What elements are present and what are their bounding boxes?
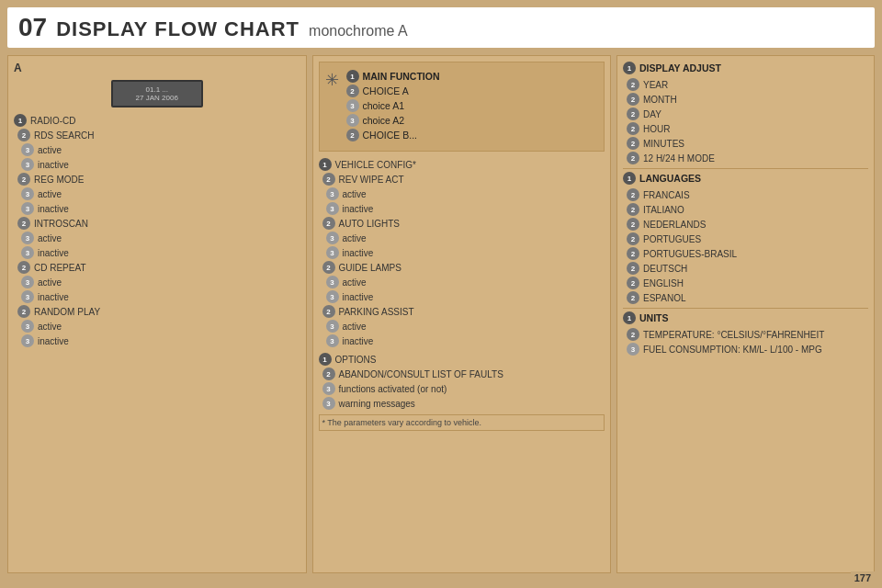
section-group: 1OPTIONS2ABANDON/CONSULT LIST OF FAULTS3…: [319, 352, 605, 411]
right-units: 1UNITS2TEMPERATURE: °CELSIUS/°FAHRENHEIT…: [623, 311, 868, 356]
item-text: GUIDE LAMPS: [339, 263, 401, 273]
badge-2: 2: [322, 261, 335, 274]
badge-1: 1: [623, 311, 636, 324]
right-languages: 1LANGUAGES2FRANCAIS2ITALIANO2NEDERLANDS2…: [623, 172, 868, 305]
item-text: ABANDON/CONSULT LIST OF FAULTS: [339, 369, 503, 379]
badge-2: 2: [627, 247, 639, 260]
func-item-text: CHOICE A: [363, 85, 409, 96]
list-item: 3FUEL CONSUMPTION: KM/L- L/100 - MPG: [623, 342, 868, 356]
func-item-text: CHOICE B...: [363, 130, 418, 141]
list-item: 3active: [14, 275, 300, 289]
list-item: 2ABANDON/CONSULT LIST OF FAULTS: [319, 367, 605, 381]
badge-3: 3: [21, 187, 34, 200]
item-text: PORTUGUES-BRASIL: [643, 249, 737, 259]
list-item: 1VEHICLE CONFIG*: [319, 157, 605, 172]
badge-2: 2: [627, 291, 639, 304]
badge-2: 2: [627, 152, 639, 164]
list-item: 2REG MODE: [14, 172, 300, 187]
badge-2: 2: [627, 277, 639, 289]
section-title: UNITS: [639, 312, 669, 323]
display-screen: 01.1 ... 27 JAN 2006: [111, 80, 203, 107]
badge-1: 1: [623, 62, 636, 74]
badge-3: 3: [21, 276, 34, 288]
middle-column: ✳ 1MAIN FUNCTION2CHOICE A3choice A13choi…: [312, 55, 612, 573]
badge-3: 3: [326, 232, 339, 244]
right-display-adjust: 1DISPLAY ADJUST2YEAR2MONTH2DAY2HOUR2MINU…: [623, 62, 868, 165]
badge-2: 2: [322, 368, 335, 380]
section-group: 1RADIO-CD2RDS SEARCH3active3inactive2REG…: [14, 113, 300, 348]
badge-2: 2: [346, 129, 359, 141]
list-item: 2DAY: [623, 107, 868, 121]
list-item: 3inactive: [14, 289, 300, 304]
section-group: 1VEHICLE CONFIG*2REV WIPE ACT3active3ina…: [319, 157, 605, 348]
badge-3: 3: [21, 143, 34, 156]
display-line2: 27 JAN 2006: [136, 94, 178, 102]
badge-3: 3: [346, 99, 359, 112]
section-header: 1LANGUAGES: [623, 172, 868, 185]
list-item: 3inactive: [319, 245, 605, 260]
badge-3: 3: [322, 397, 335, 410]
badge-2: 2: [17, 217, 30, 230]
list-item: 2CD REPEAT: [14, 260, 300, 275]
item-text: REG MODE: [34, 175, 84, 185]
list-item: 2AUTO LIGHTS: [319, 216, 605, 231]
item-text: RADIO-CD: [30, 116, 75, 126]
badge-3: 3: [21, 158, 34, 171]
list-item: 3active: [14, 231, 300, 245]
badge-1: 1: [14, 114, 27, 127]
item-text: active: [38, 322, 62, 332]
item-text: 12 H/24 H MODE: [643, 153, 715, 164]
badge-2: 2: [627, 122, 639, 135]
list-item: 3active: [319, 319, 605, 334]
badge-1: 1: [319, 353, 332, 366]
item-text: active: [38, 145, 62, 155]
list-item: 2TEMPERATURE: °CELSIUS/°FAHRENHEIT: [623, 327, 868, 342]
badge-3: 3: [322, 382, 335, 395]
list-item: 2NEDERLANDS: [623, 217, 868, 232]
page-wrapper: 07 DISPLAY FLOW CHART monochrome A A 01.…: [0, 0, 882, 588]
list-item: 3inactive: [319, 201, 605, 216]
content-area: A 01.1 ... 27 JAN 2006 1RADIO-CD2RDS SEA…: [7, 55, 875, 573]
section-header: 1UNITS: [623, 311, 868, 324]
item-text: ESPANOL: [643, 293, 686, 303]
badge-3: 3: [21, 320, 34, 333]
item-text: FRANCAIS: [643, 190, 690, 200]
list-item: 3warning messages: [319, 396, 605, 411]
list-item: 2RANDOM PLAY: [14, 304, 300, 319]
badge-3: 3: [326, 246, 339, 259]
badge-2: 2: [627, 328, 639, 341]
badge-2: 2: [627, 232, 639, 245]
page-title: DISPLAY FLOW CHART: [56, 17, 300, 41]
item-text: active: [38, 189, 62, 199]
badge-2: 2: [627, 78, 639, 91]
item-text: ITALIANO: [643, 205, 684, 215]
item-text: FUEL CONSUMPTION: KM/L- L/100 - MPG: [643, 345, 822, 355]
badge-3: 3: [326, 187, 339, 200]
badge-2: 2: [627, 218, 639, 231]
item-text: REV WIPE ACT: [339, 175, 404, 185]
item-text: ENGLISH: [643, 278, 684, 288]
badge-3: 3: [21, 202, 34, 215]
list-item: 2MONTH: [623, 92, 868, 107]
item-text: TEMPERATURE: °CELSIUS/°FAHRENHEIT: [643, 330, 824, 340]
item-text: functions activated (or not): [339, 384, 447, 394]
badge-2: 2: [17, 173, 30, 186]
badge-3: 3: [326, 276, 339, 288]
list-item: 2REV WIPE ACT: [319, 172, 605, 187]
item-text: active: [38, 277, 62, 288]
list-item: 2DEUTSCH: [623, 261, 868, 276]
list-item: 3inactive: [14, 245, 300, 260]
badge-1: 1: [346, 70, 359, 83]
list-item: 2INTROSCAN: [14, 216, 300, 231]
left-column: A 01.1 ... 27 JAN 2006 1RADIO-CD2RDS SEA…: [7, 55, 307, 573]
list-item: 3active: [14, 142, 300, 157]
item-text: inactive: [38, 336, 69, 346]
item-text: PARKING ASSIST: [339, 307, 414, 317]
divider1: [623, 168, 868, 169]
page-number-header: 07: [18, 13, 47, 42]
badge-3: 3: [21, 232, 34, 244]
section-header: 1DISPLAY ADJUST: [623, 62, 868, 74]
item-text: NEDERLANDS: [643, 220, 706, 230]
item-text: RDS SEARCH: [34, 130, 95, 141]
badge-2: 2: [627, 203, 639, 216]
